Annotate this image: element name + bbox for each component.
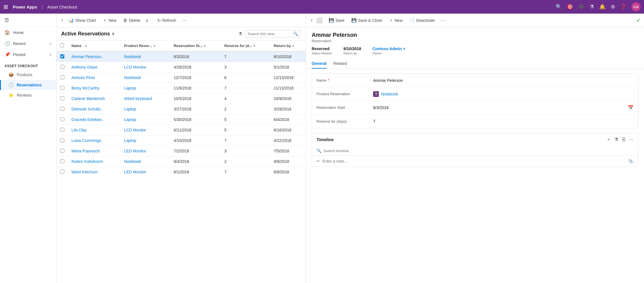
row-product[interactable]: Laptop: [121, 135, 170, 146]
timeline-search-input[interactable]: [324, 149, 634, 153]
bell-icon[interactable]: 🔔: [599, 4, 605, 10]
timeline-add-icon[interactable]: ＋: [606, 137, 611, 142]
row-checkbox[interactable]: [60, 96, 64, 100]
detail-form-icon[interactable]: ⬜: [316, 17, 322, 24]
row-name[interactable]: Carlene Blankensh: [68, 93, 121, 104]
table-row[interactable]: Betsy McCarthy Laptop 11/6/2018 7 11/13/…: [57, 83, 306, 93]
detail-more-icon[interactable]: ⋯: [439, 16, 447, 25]
search-icon[interactable]: 🔍: [556, 4, 562, 10]
table-row[interactable]: Antonio Pinto Notebook 12/7/2018 6 12/13…: [57, 73, 306, 83]
row-checkbox[interactable]: [60, 149, 64, 153]
table-row[interactable]: Carlene Blankensh Wired keyboard 10/5/20…: [57, 93, 306, 104]
timeline-note-input[interactable]: [322, 159, 626, 163]
row-name[interactable]: Betsy McCarthy: [68, 83, 121, 93]
gear-icon[interactable]: ⚙: [611, 4, 615, 10]
refresh-button[interactable]: ↻ Refresh: [154, 16, 179, 24]
row-product[interactable]: Notebook: [121, 51, 170, 62]
attachment-icon[interactable]: 📎: [628, 159, 634, 164]
back-button[interactable]: ‹: [60, 16, 65, 25]
row-product[interactable]: Notebook: [121, 156, 170, 167]
row-checkbox[interactable]: [60, 75, 64, 79]
table-row[interactable]: Maria Popovych LED Monitor 7/2/2018 3 7/…: [57, 146, 306, 156]
list-new-button[interactable]: ＋ New: [100, 16, 119, 24]
row-name[interactable]: Ruben Kokshoorn: [68, 156, 121, 167]
table-row[interactable]: Anthony Glaze LCD Monitor 4/28/2018 3 5/…: [57, 62, 306, 73]
table-row[interactable]: Ruben Kokshoorn Notebook 9/4/2018 2 9/6/…: [57, 156, 306, 167]
reservation-start-column-header[interactable]: Reservation St... ∨: [170, 41, 221, 51]
row-name[interactable]: Anthony Glaze: [68, 62, 121, 73]
row-checkbox[interactable]: [60, 170, 64, 174]
owner-value[interactable]: Contoso Admin ∨: [372, 46, 405, 51]
reserve-for-column-header[interactable]: Reserve for (d... ∨: [221, 41, 270, 51]
row-product[interactable]: Laptop: [121, 114, 170, 125]
row-checkbox[interactable]: [60, 117, 64, 121]
sidebar-item-home[interactable]: 🏠 Home: [0, 27, 56, 38]
row-checkbox[interactable]: [60, 128, 64, 132]
timeline-list-icon[interactable]: ☰: [622, 137, 626, 142]
sidebar-item-pinned[interactable]: 📌 Pinned ∨: [0, 49, 56, 60]
table-row[interactable]: Deborah Schultz.. Laptop 3/27/2018 2 3/2…: [57, 104, 306, 114]
save-close-button[interactable]: 💾 Save & Close: [348, 16, 385, 24]
row-checkbox[interactable]: [60, 107, 64, 111]
row-name[interactable]: Ammar Peterson..: [68, 51, 121, 62]
more-options-icon[interactable]: ⋯: [180, 16, 189, 25]
question-icon[interactable]: ❓: [620, 4, 626, 10]
row-name[interactable]: Maria Popovych: [68, 146, 121, 156]
row-product[interactable]: Notebook: [121, 73, 170, 83]
row-name[interactable]: Graciela Esteban..: [68, 114, 121, 125]
show-chart-button[interactable]: 📊 Show Chart: [66, 16, 99, 24]
row-checkbox[interactable]: [60, 86, 64, 90]
avatar[interactable]: CA: [632, 2, 641, 11]
row-name[interactable]: Ward Ketchum: [68, 167, 121, 177]
select-all-checkbox[interactable]: [60, 43, 64, 47]
view-title[interactable]: Active Reservations ∨: [61, 31, 114, 37]
table-row[interactable]: Graciela Esteban.. Laptop 5/30/2018 5 6/…: [57, 114, 306, 125]
row-name[interactable]: Deborah Schultz..: [68, 104, 121, 114]
table-row[interactable]: Ward Ketchum LED Monitor 6/1/2018 7 6/8/…: [57, 167, 306, 177]
row-checkbox[interactable]: [60, 159, 64, 163]
return-by-column-header[interactable]: Return by ∨: [270, 41, 306, 51]
row-checkbox[interactable]: [60, 138, 64, 142]
sidebar-item-products[interactable]: 📦 Products: [0, 70, 56, 80]
detail-new-button[interactable]: ＋ New: [386, 16, 405, 24]
row-name[interactable]: Antonio Pinto: [68, 73, 121, 83]
row-checkbox[interactable]: [60, 65, 64, 69]
table-row[interactable]: Luisa Cummings.. Laptop 4/15/2018 7 4/22…: [57, 135, 306, 146]
timeline-filter-icon[interactable]: ⚗: [614, 137, 618, 142]
row-product[interactable]: LCD Monitor: [121, 62, 170, 73]
filter-icon[interactable]: ⚗: [590, 4, 594, 10]
table-row[interactable]: Lila Clay LCD Monitor 6/11/2018 5 6/16/2…: [57, 125, 306, 135]
row-product[interactable]: Wired keyboard: [121, 93, 170, 104]
calendar-icon[interactable]: 📅: [628, 105, 634, 110]
plus-icon[interactable]: ➕: [578, 4, 585, 10]
check-circle-icon[interactable]: ✓: [636, 17, 641, 24]
name-column-header[interactable]: Name ↑ ∨: [68, 41, 121, 51]
row-product[interactable]: Laptop: [121, 83, 170, 93]
tab-related[interactable]: Related: [333, 59, 347, 69]
view-filter-icon[interactable]: ⚗: [238, 31, 242, 37]
target-icon[interactable]: 🎯: [567, 4, 573, 10]
sidebar-item-reviews[interactable]: ⭐ Reviews: [0, 90, 56, 100]
row-name[interactable]: Luisa Cummings..: [68, 135, 121, 146]
detail-back-button[interactable]: ‹: [309, 16, 314, 25]
field-product-value[interactable]: 📓 Notebook: [369, 88, 638, 100]
product-column-header[interactable]: Product Reser... ∨: [121, 41, 170, 51]
row-name[interactable]: Lila Clay: [68, 125, 121, 135]
search-submit-icon[interactable]: 🔍: [293, 31, 298, 36]
select-all-header[interactable]: [57, 41, 68, 51]
tab-general[interactable]: General: [312, 59, 326, 69]
row-product[interactable]: Laptop: [121, 104, 170, 114]
waffle-icon[interactable]: ⊞: [3, 3, 8, 10]
delete-button[interactable]: 🗑 Delete: [120, 16, 143, 24]
search-input[interactable]: [248, 32, 292, 36]
row-product[interactable]: LED Monitor: [121, 167, 170, 177]
sidebar-item-reservations[interactable]: 🕐 Reservations: [0, 80, 56, 90]
row-product[interactable]: LED Monitor: [121, 146, 170, 156]
row-checkbox[interactable]: [60, 54, 64, 58]
table-row[interactable]: Ammar Peterson.. Notebook 8/3/2018 7 8/1…: [57, 51, 306, 62]
timeline-more-icon[interactable]: ⋯: [629, 137, 634, 142]
deactivate-button[interactable]: 📄 Deactivate: [407, 16, 438, 24]
row-product[interactable]: LCD Monitor: [121, 125, 170, 135]
sidebar-toggle[interactable]: ☰: [0, 14, 56, 27]
dropdown-chevron[interactable]: ∨: [144, 17, 150, 24]
